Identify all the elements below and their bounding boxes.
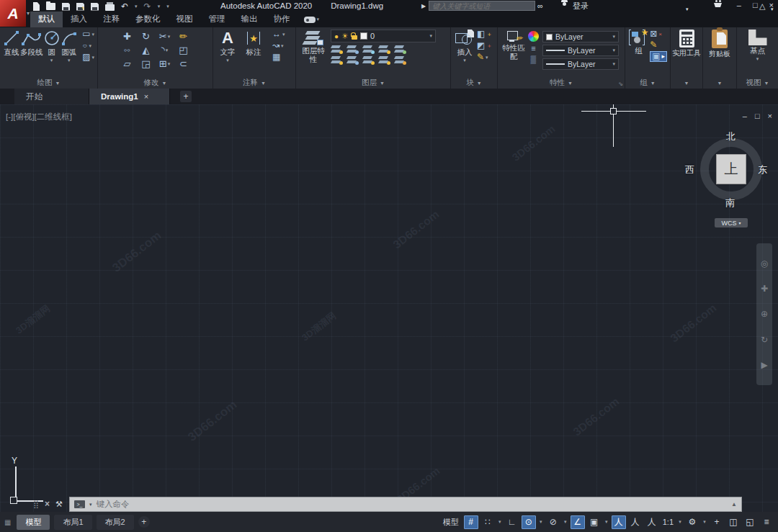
layer-lock-button[interactable] — [378, 45, 389, 53]
clean-screen-button[interactable]: ◱ — [743, 515, 757, 529]
scale-dropdown-icon[interactable]: ▾ — [677, 519, 683, 525]
offset-button[interactable]: ⊂ — [179, 58, 187, 69]
layer-unlock-button[interactable] — [378, 55, 389, 64]
erase-button[interactable]: ✏ — [179, 31, 187, 42]
leader-button[interactable]: ↝▾ — [272, 41, 285, 50]
properties-launcher-icon[interactable]: ⇘ — [618, 81, 623, 87]
lineweight-icon[interactable]: ≡ — [531, 44, 535, 53]
qat-customize-icon[interactable]: ▾ — [166, 4, 169, 9]
panel-utilities-label[interactable]: ▼ — [671, 77, 702, 89]
object-snap-toggle[interactable]: ▣ — [587, 515, 602, 529]
plot-icon[interactable] — [105, 4, 115, 11]
object-snap-tracking-toggle[interactable]: ∠ — [571, 515, 585, 529]
tab-parametric[interactable]: 参数化 — [128, 12, 169, 27]
customization-wrench-icon[interactable]: ⚒ — [55, 500, 63, 509]
write-block-button[interactable]: ◩＋ — [477, 41, 492, 50]
annotation-visibility-toggle[interactable]: 人 — [612, 515, 626, 529]
viewcube-south[interactable]: 南 — [725, 197, 735, 209]
save-web-mobile-icon[interactable] — [91, 3, 99, 11]
panel-groups-label[interactable]: 组▼ — [625, 77, 670, 89]
workspace-gear-icon[interactable]: ⚙ — [685, 515, 699, 529]
layer-freeze-button[interactable] — [362, 45, 373, 53]
file-tab-start[interactable]: 开始 — [14, 89, 89, 104]
insert-flyout-icon[interactable]: ▾ — [463, 58, 466, 62]
polyline-button[interactable]: 多段线 — [20, 30, 43, 77]
layer-color-swatch[interactable] — [360, 32, 367, 40]
recent-commands-icon[interactable]: ▾ — [89, 502, 92, 508]
redo-dropdown-icon[interactable]: ▾ — [158, 4, 161, 9]
featured-apps-icon[interactable] — [304, 17, 316, 23]
annotation-autoscale-toggle[interactable]: 人 — [628, 515, 643, 529]
viewport-minimize-icon[interactable]: – — [743, 112, 747, 120]
rectangle-button[interactable]: ▭▾ — [82, 30, 94, 39]
annotation-scale-icon[interactable]: 人 — [645, 515, 659, 529]
minimize-button[interactable]: – — [737, 1, 741, 9]
panel-annotate-label[interactable]: 注释▼ — [213, 77, 295, 89]
panel-view-label[interactable]: 视图▼ — [737, 77, 778, 89]
create-block-button[interactable]: ◧＋ — [477, 30, 492, 39]
linetype-dropdown[interactable]: ByLayer ▾ — [542, 58, 619, 70]
panel-modify-label[interactable]: 修改▼ — [98, 77, 213, 89]
annotation-scale-value[interactable]: 1:1 — [661, 518, 675, 526]
tab-insert[interactable]: 插入 — [63, 12, 95, 27]
layer-thaw-all-button[interactable] — [362, 55, 373, 64]
tab-view[interactable]: 视图 — [169, 12, 201, 27]
commandline-close-icon[interactable]: × — [45, 499, 50, 509]
ribbon-display-dropdown-icon[interactable]: ▾ — [317, 17, 320, 22]
snap-toggle[interactable]: ∷ — [480, 515, 495, 529]
command-line[interactable]: >_ ▾ 键入命令 ▲ — [69, 497, 742, 512]
circle-flyout-icon[interactable]: ▾ — [50, 58, 53, 62]
autocad-logo[interactable]: A — [0, 0, 26, 27]
layer-on-icon[interactable]: ● — [334, 32, 339, 40]
tab-annotate[interactable]: 注释 — [95, 12, 128, 27]
layout-tabs-menu-icon[interactable]: ▦ — [4, 518, 11, 526]
search-go-icon[interactable]: ▶ — [421, 3, 426, 9]
undo-dropdown-icon[interactable]: ▾ — [135, 4, 138, 9]
insert-block-button[interactable]: 插入 ▾ — [454, 30, 475, 77]
layer-off-button[interactable] — [331, 45, 341, 53]
lineweight-dropdown[interactable]: ByLayer ▾ — [542, 45, 619, 56]
dimension-button[interactable]: ★ 标注 — [239, 30, 268, 77]
customization-menu-button[interactable]: ≡ — [759, 515, 774, 529]
panel-block-label[interactable]: 块▼ — [451, 77, 497, 89]
redo-icon[interactable]: ↷ — [144, 1, 151, 12]
object-color-dropdown[interactable]: ByLayer ▾ — [542, 31, 619, 42]
open-file-icon[interactable] — [46, 3, 55, 10]
viewport-restore-icon[interactable]: □ — [755, 112, 760, 120]
trim-button[interactable]: ✂▾ — [159, 31, 170, 42]
polar-tracking-toggle[interactable]: ⊙ — [522, 515, 536, 529]
explode-button[interactable]: ◰ — [179, 45, 187, 55]
array-button[interactable]: ⊞▾ — [159, 58, 170, 69]
sign-in-button[interactable]: 登录 — [573, 1, 589, 12]
viewcube-north[interactable]: 北 — [726, 130, 735, 143]
group-button[interactable]: ★ 组 — [628, 30, 649, 77]
workspace-dropdown-icon[interactable]: ▾ — [702, 519, 707, 525]
ungroup-button[interactable]: ⊠× — [650, 30, 667, 39]
layer-isolate-button[interactable] — [346, 45, 357, 53]
save-as-icon[interactable]: ✎ — [76, 3, 84, 11]
group-edit-button[interactable]: ✎ — [650, 40, 667, 50]
viewcube-top-face[interactable]: 上 — [716, 154, 746, 184]
arc-button[interactable]: 圆弧 ▾ — [61, 30, 79, 77]
layer-unisolate-button[interactable] — [346, 55, 357, 64]
move-button[interactable]: ✚ — [123, 31, 131, 42]
close-button[interactable]: × — [769, 1, 774, 9]
viewport-controls-label[interactable]: [-][俯视][二维线框] — [6, 112, 72, 122]
panel-draw-label[interactable]: 绘图▼ — [0, 77, 97, 89]
drawing-canvas[interactable]: [-][俯视][二维线框] – □ × 3D溜溜网 3D66.com 3D66.… — [0, 104, 778, 512]
logo-dropdown-icon[interactable]: ▾ — [27, 10, 30, 17]
block-editor-button[interactable]: ✎▾ — [477, 53, 492, 62]
base-flyout-icon[interactable]: ▾ — [756, 57, 759, 60]
mirror-button[interactable]: ◭ — [143, 45, 150, 55]
layer-thaw-icon[interactable]: ☀ — [341, 32, 349, 41]
search-binoculars-icon[interactable]: ∞ — [537, 1, 543, 12]
layer-current-button[interactable] — [394, 55, 405, 64]
viewcube-east[interactable]: 东 — [758, 163, 767, 176]
text-button[interactable]: A 文字 ▾ — [216, 30, 239, 77]
transparency-icon[interactable]: ▒ — [531, 55, 537, 63]
color-wheel-icon[interactable] — [528, 31, 539, 42]
command-input-placeholder[interactable]: 键入命令 — [97, 499, 130, 510]
model-space-button[interactable]: 模型 — [443, 517, 459, 528]
isodraft-toggle[interactable]: ⊘ — [546, 515, 560, 529]
hatch-button[interactable]: ▨▾ — [82, 53, 94, 62]
